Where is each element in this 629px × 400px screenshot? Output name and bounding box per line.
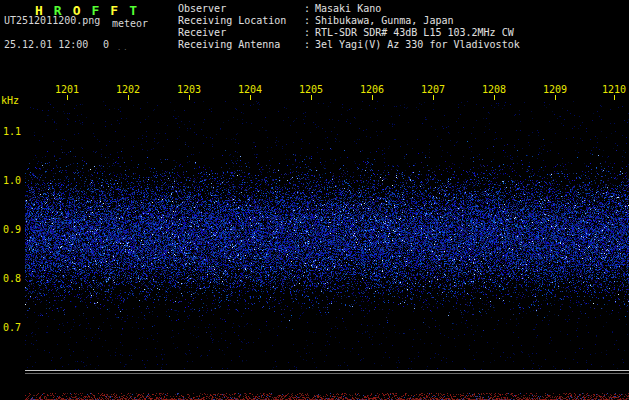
info-label: Receiving Antenna [178, 39, 304, 51]
x-tick-mark [433, 95, 434, 100]
x-tick-label: 1205 [299, 84, 323, 95]
info-separator: : [304, 3, 315, 15]
info-separator: : [304, 27, 315, 39]
output-filename: UT2512011200.png [4, 15, 100, 26]
info-value: RTL-SDR SDR# 43dB L15 103.2MHz CW [315, 27, 514, 38]
info-row-antenna: Receiving Antenna:3el Yagi(V) Az 330 for… [178, 39, 520, 51]
info-value: Shibukawa, Gunma, Japan [315, 15, 453, 26]
observation-datetime: 25.12.01 12:00 [4, 39, 88, 50]
info-separator: : [304, 15, 315, 27]
spectrogram-canvas [25, 101, 629, 370]
x-tick-label: 1210 [602, 84, 626, 95]
x-tick-mark [67, 95, 68, 100]
x-tick-mark [555, 95, 556, 100]
station-info: Observer:Masaki Kano Receiving Location:… [178, 3, 520, 51]
strip-separator-line [25, 370, 629, 371]
x-tick-label: 1207 [421, 84, 445, 95]
x-tick-mark [311, 95, 312, 100]
x-tick-label: 1201 [55, 84, 79, 95]
info-label: Observer [178, 3, 304, 15]
info-label: Receiving Location [178, 15, 304, 27]
x-tick-label: 1204 [238, 84, 262, 95]
info-value: 3el Yagi(V) Az 330 for Vladivostok [315, 39, 520, 50]
x-tick-label: 1206 [360, 84, 384, 95]
x-tick-mark [372, 95, 373, 100]
x-tick-label: 1202 [116, 84, 140, 95]
count-mini-dots: .. [117, 44, 129, 52]
x-tick-label: 1203 [177, 84, 201, 95]
info-row-receiver: Receiver:RTL-SDR SDR# 43dB L15 103.2MHz … [178, 27, 520, 39]
y-tick-label: 0.8 [0, 273, 21, 284]
hrofft-screen: HROFFT UT2512011200.png meteor 25.12.01 … [0, 0, 629, 400]
y-tick-label: 0.9 [0, 224, 21, 235]
x-tick-mark [250, 95, 251, 100]
x-tick-label: 1208 [482, 84, 506, 95]
info-separator: : [304, 39, 315, 51]
y-tick-label: 1.0 [0, 175, 21, 186]
x-tick-mark [494, 95, 495, 100]
signal-strip-canvas [25, 374, 629, 400]
info-row-observer: Observer:Masaki Kano [178, 3, 520, 15]
x-tick-mark [614, 95, 615, 100]
y-tick-label: 0.7 [0, 322, 21, 333]
x-tick-mark [189, 95, 190, 100]
y-tick-label: 1.1 [0, 126, 21, 137]
x-tick-mark [128, 95, 129, 100]
y-axis-unit: kHz [1, 95, 19, 106]
info-label: Receiver [178, 27, 304, 39]
echo-count: 0 [103, 39, 109, 50]
info-value: Masaki Kano [315, 3, 381, 14]
x-tick-label: 1209 [543, 84, 567, 95]
info-row-location: Receiving Location:Shibukawa, Gunma, Jap… [178, 15, 520, 27]
observation-comment: meteor [112, 18, 148, 29]
app-title-letter: T [129, 3, 137, 18]
app-title-letter: F [110, 3, 118, 18]
